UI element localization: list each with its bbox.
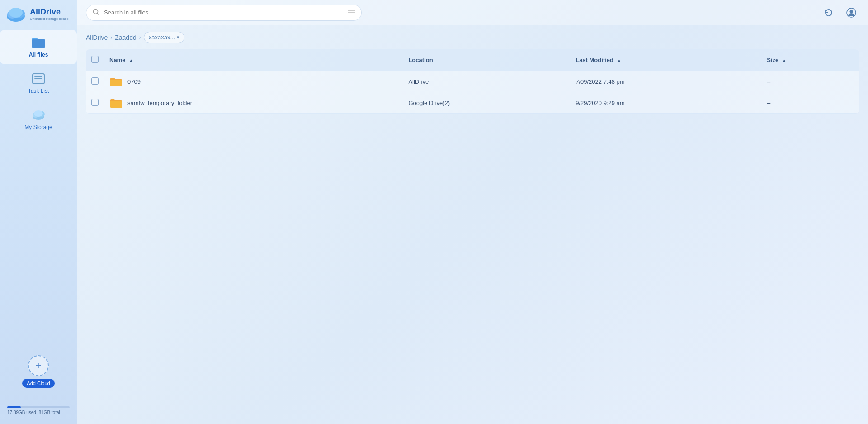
table-row[interactable]: 0709 AllDrive 7/09/2022 7:48 pm -- [86, 71, 859, 92]
size-sort-icon: ▲ [782, 58, 787, 63]
svg-point-3 [9, 8, 23, 18]
row-check-0709 [86, 71, 104, 92]
breadcrumb-sep-2: › [139, 34, 141, 41]
all-files-label: All files [29, 52, 48, 58]
row-location-0709: AllDrive [403, 71, 570, 92]
name-sort-icon: ▲ [129, 58, 133, 63]
all-files-icon [31, 36, 46, 49]
sidebar-item-task-list[interactable]: Task List [0, 66, 77, 100]
row-modified-0709: 7/09/2022 7:48 pm [570, 71, 761, 92]
row-name-0709: 0709 [104, 71, 403, 92]
file-table-container: Name ▲ Location Last Modified ▲ Size ▲ [77, 49, 868, 424]
row-filename-0709: 0709 [127, 78, 141, 85]
header-name[interactable]: Name ▲ [104, 49, 403, 71]
breadcrumb-sep-1: › [110, 34, 112, 41]
storage-label: 17.89GB used, 81GB total [7, 410, 70, 415]
row-location-samfw: Google Drive(2) [403, 92, 570, 114]
row-modified-samfw: 9/29/2020 9:29 am [570, 92, 761, 114]
header-size[interactable]: Size ▲ [761, 49, 859, 71]
search-icon [93, 9, 99, 17]
sidebar-item-all-files[interactable]: All files [0, 30, 77, 64]
table-row[interactable]: samfw_temporary_folder Google Drive(2) 9… [86, 92, 859, 114]
app-name: AllDrive [30, 8, 69, 17]
main-area: AllDrive › Zaaddd › xaxaxax... ▾ Name ▲ [77, 0, 868, 424]
search-input[interactable] [104, 9, 343, 16]
folder-icon-samfw [109, 98, 122, 108]
task-list-label: Task List [28, 88, 49, 94]
my-storage-icon [31, 109, 46, 121]
app-subtitle: Unlimited storage space [30, 17, 69, 21]
storage-bar-track [7, 406, 70, 408]
row-checkbox-samfw[interactable] [91, 99, 99, 106]
file-table: Name ▲ Location Last Modified ▲ Size ▲ [86, 49, 859, 114]
topbar [77, 0, 868, 25]
my-storage-label: My Storage [24, 124, 52, 130]
folder-icon-0709 [109, 76, 122, 86]
search-box[interactable] [86, 5, 362, 21]
svg-point-21 [850, 10, 853, 13]
row-size-0709: -- [761, 71, 859, 92]
breadcrumb: AllDrive › Zaaddd › xaxaxax... ▾ [77, 25, 868, 49]
file-table-body: 0709 AllDrive 7/09/2022 7:48 pm -- [86, 71, 859, 114]
row-name-samfw: samfw_temporary_folder [104, 92, 403, 114]
sidebar: AllDrive Unlimited storage space All fil… [0, 0, 77, 424]
file-table-header: Name ▲ Location Last Modified ▲ Size ▲ [86, 49, 859, 71]
logo-text: AllDrive Unlimited storage space [30, 8, 69, 21]
row-check-samfw [86, 92, 104, 114]
breadcrumb-zaaddd[interactable]: Zaaddd [115, 34, 136, 41]
breadcrumb-dropdown[interactable]: xaxaxax... ▾ [144, 32, 185, 43]
breadcrumb-alldrive[interactable]: AllDrive [86, 34, 108, 41]
task-list-icon [31, 72, 46, 85]
row-checkbox-0709[interactable] [91, 77, 99, 85]
header-location[interactable]: Location [403, 49, 570, 71]
svg-rect-6 [32, 39, 45, 48]
plus-icon: + [36, 361, 42, 371]
header-last-modified[interactable]: Last Modified ▲ [570, 49, 761, 71]
storage-bar-fill [7, 406, 21, 408]
modified-sort-icon: ▲ [617, 58, 622, 63]
add-cloud-area: + Add Cloud [0, 355, 77, 388]
refresh-button[interactable] [821, 5, 836, 20]
add-cloud-button[interactable]: + [28, 355, 49, 376]
svg-point-14 [34, 110, 43, 117]
file-row-name-0709: 0709 [109, 76, 397, 86]
row-filename-samfw: samfw_temporary_folder [127, 100, 192, 106]
row-size-samfw: -- [761, 92, 859, 114]
logo-area: AllDrive Unlimited storage space [0, 0, 77, 29]
sidebar-item-my-storage[interactable]: My Storage [0, 102, 77, 137]
file-row-name-samfw: samfw_temporary_folder [109, 98, 397, 108]
add-cloud-label[interactable]: Add Cloud [22, 379, 54, 388]
profile-button[interactable] [844, 5, 859, 20]
app-logo-icon [5, 6, 26, 23]
breadcrumb-dropdown-label: xaxaxax... [149, 34, 175, 41]
header-check [86, 49, 104, 71]
search-menu-icon [348, 9, 355, 16]
svg-line-16 [98, 13, 99, 15]
storage-section: 17.89GB used, 81GB total [0, 406, 77, 415]
chevron-down-icon: ▾ [177, 34, 179, 40]
select-all-checkbox[interactable] [91, 56, 99, 63]
